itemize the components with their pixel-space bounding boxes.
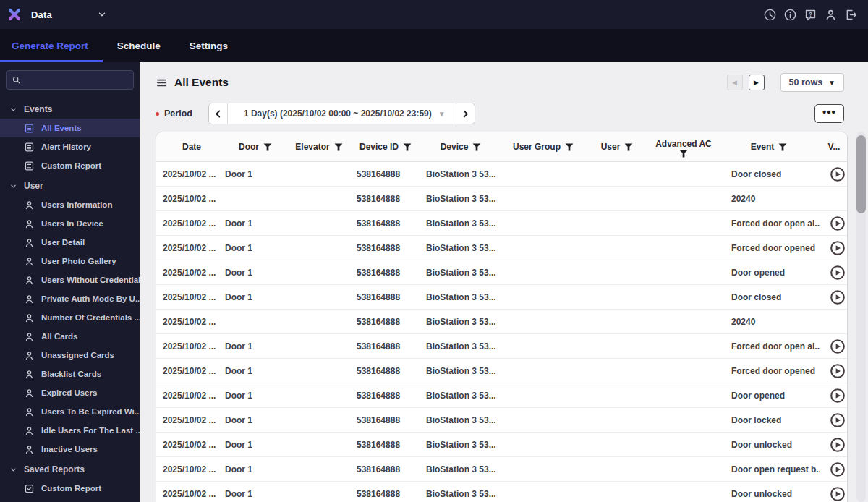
filter-icon[interactable] [472,143,481,151]
sidebar-item-user-photo-gallery[interactable]: User Photo Gallery [0,252,140,271]
filter-icon[interactable] [679,150,688,158]
sidebar-item-user-detail[interactable]: User Detail [0,233,140,252]
table-scrollbar[interactable] [856,132,866,502]
app-switcher-chevron-down-icon[interactable] [97,9,107,20]
table-row[interactable]: 2025/10/02 ...Door 1538164888BioStation … [156,211,847,236]
sidebar-item-users-information[interactable]: Users Information [0,195,140,214]
sidebar-item-label: All Events [41,124,82,132]
checkbox-icon [24,483,35,494]
app-name: Data [31,9,52,20]
filter-icon[interactable] [565,143,574,151]
sidebar-item-unassigned-cards[interactable]: Unassigned Cards [0,346,140,365]
table-row[interactable]: 2025/10/02 ...538164888BioStation 3 53..… [156,187,847,211]
play-video-button[interactable] [830,363,846,379]
rows-per-page-select[interactable]: 50 rows ▼ [780,73,844,92]
play-video-button[interactable] [830,486,846,502]
cell-date: 2025/10/02 ... [160,317,224,327]
column-header-advanced-ac[interactable]: Advanced AC [649,136,718,158]
table-row[interactable]: 2025/10/02 ...Door 1538164888BioStation … [156,334,847,359]
play-video-button[interactable] [830,166,846,182]
filter-icon[interactable] [334,143,343,151]
play-video-button[interactable] [830,289,846,305]
sidebar-item-inactive-users[interactable]: Inactive Users [0,440,140,459]
more-options-button[interactable]: ••• [814,104,844,123]
sidebar-item-blacklist-cards[interactable]: Blacklist Cards [0,365,140,383]
sidebar-item-idle-users-for-the-last[interactable]: Idle Users For The Last ... [0,421,140,440]
play-video-button[interactable] [830,265,846,281]
table-row[interactable]: 2025/10/02 ...Door 1538164888BioStation … [156,482,847,502]
tab-settings[interactable]: Settings [175,29,242,62]
play-video-button[interactable] [830,412,846,428]
table-row[interactable]: 2025/10/02 ...Door 1538164888BioStation … [156,236,847,260]
column-header-device[interactable]: Device [420,142,501,152]
table-row[interactable]: 2025/10/02 ...538164888BioStation 3 53..… [156,310,847,334]
table-row[interactable]: 2025/10/02 ...Door 1538164888BioStation … [156,433,847,457]
table-row[interactable]: 2025/10/02 ...Door 1538164888BioStation … [156,408,847,433]
column-header-device-id[interactable]: Device ID [351,142,420,152]
sidebar-item-label: User Detail [41,238,85,247]
sidebar-item-label: Custom Report [41,484,101,493]
sidebar-item-users-without-credential[interactable]: Users Without Credential [0,271,140,289]
tab-label: Generate Report [12,41,88,51]
scrollbar-thumb[interactable] [856,135,866,213]
column-header-elevator[interactable]: Elevator [287,142,351,152]
sidebar-item-label: Users Without Credential [41,276,140,284]
page-prev-button[interactable]: ◀ [727,75,743,90]
column-header-user-group[interactable]: User Group [501,142,585,152]
play-video-button[interactable] [830,461,846,477]
sidebar-item-expired-users[interactable]: Expired Users [0,383,140,402]
clock-button[interactable] [763,8,777,22]
cell-event: Door opened [718,391,820,401]
filter-icon[interactable] [263,143,272,151]
column-label: User [601,142,621,152]
tab-generate-report[interactable]: Generate Report [0,29,103,62]
user-icon [24,444,35,455]
sidebar-item-number-of-credentials[interactable]: Number Of Credentials ... [0,308,140,327]
cell-device: BioStation 3 53... [420,194,501,204]
cell-device-id: 538164888 [351,440,420,450]
table-row[interactable]: 2025/10/02 ...Door 1538164888BioStation … [156,383,847,408]
play-video-button[interactable] [830,388,846,404]
period-value-dropdown[interactable]: 1 Day(s) (2025/10/02 00:00 ~ 2025/10/02 … [228,103,456,124]
column-header-event[interactable]: Event [718,142,820,152]
sidebar-search[interactable] [6,70,134,90]
help-button[interactable]: ? [804,8,817,22]
filter-icon[interactable] [624,143,633,151]
column-header-door[interactable]: Door [224,142,287,152]
tab-schedule[interactable]: Schedule [103,29,175,62]
sidebar-item-all-cards[interactable]: All Cards [0,327,140,346]
play-video-button[interactable] [830,437,846,453]
column-header-date[interactable]: Date [160,142,224,152]
search-input[interactable] [21,75,128,86]
table-row[interactable]: 2025/10/02 ...Door 1538164888BioStation … [156,359,847,383]
sidebar-item-custom-report[interactable]: Custom Report [0,479,140,498]
play-video-button[interactable] [830,216,846,231]
page-next-button[interactable]: ▶ [749,75,765,90]
column-header-v[interactable]: V... [820,142,848,152]
sidebar-item-alert-history[interactable]: Alert History [0,137,140,156]
table-row[interactable]: 2025/10/02 ...Door 1538164888BioStation … [156,285,847,310]
section-header-events[interactable]: Events [0,100,140,119]
sidebar-item-all-events[interactable]: All Events [0,119,140,137]
logout-button[interactable] [844,8,858,22]
section-header-saved-reports[interactable]: Saved Reports [0,460,140,479]
column-header-user[interactable]: User [585,142,649,152]
period-prev-button[interactable] [209,103,228,124]
play-video-button[interactable] [830,339,846,354]
sidebar-item-label: Blacklist Cards [41,370,101,378]
sidebar-item-users-in-device[interactable]: Users In Device [0,214,140,233]
period-next-button[interactable] [456,103,475,124]
section-header-user[interactable]: User [0,176,140,195]
sidebar-item-users-to-be-expired-wi[interactable]: Users To Be Expired Wi... [0,402,140,421]
filter-icon[interactable] [403,143,412,151]
table-row[interactable]: 2025/10/02 ...Door 1538164888BioStation … [156,260,847,285]
user-button[interactable] [824,8,838,22]
table-row[interactable]: 2025/10/02 ...Door 1538164888BioStation … [156,162,847,187]
cell-event: Door unlocked [718,489,820,499]
table-row[interactable]: 2025/10/02 ...Door 1538164888BioStation … [156,457,847,482]
filter-icon[interactable] [778,143,787,151]
play-video-button[interactable] [830,240,846,256]
sidebar-item-private-auth-mode-by-u[interactable]: Private Auth Mode By U... [0,289,140,308]
info-button[interactable] [783,8,797,22]
sidebar-item-custom-report[interactable]: Custom Report [0,156,140,175]
